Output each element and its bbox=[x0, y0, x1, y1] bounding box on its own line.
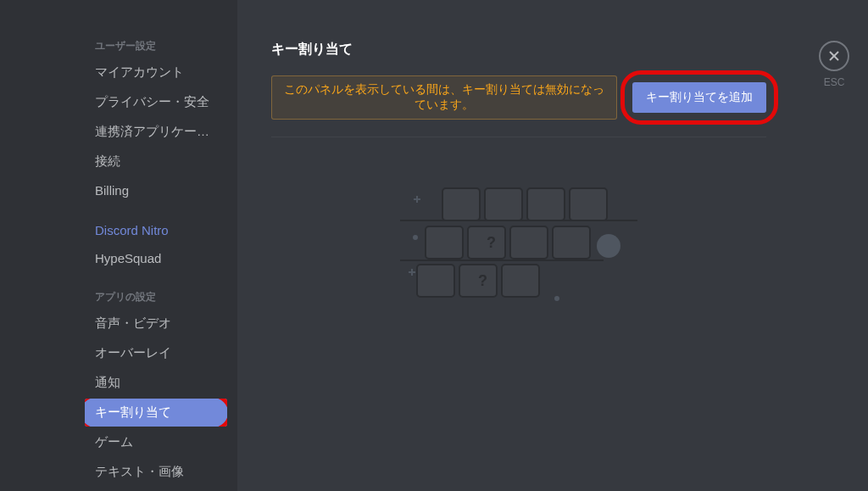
sidebar-item-hypesquad[interactable]: HypeSquad bbox=[85, 245, 227, 271]
svg-rect-1 bbox=[485, 188, 522, 220]
close-icon bbox=[827, 49, 841, 63]
svg-rect-2 bbox=[527, 188, 565, 220]
sidebar-section-app: アプリの設定 bbox=[85, 285, 227, 310]
page-title: キー割り当て bbox=[271, 41, 766, 59]
add-keybind-button[interactable]: キー割り当てを追加 bbox=[632, 82, 766, 113]
svg-rect-0 bbox=[442, 188, 480, 220]
sidebar-item-text-images[interactable]: テキスト・画像 bbox=[85, 458, 227, 486]
sidebar-item-games[interactable]: ゲーム bbox=[85, 428, 227, 456]
sidebar-item-connections[interactable]: 接続 bbox=[85, 148, 227, 176]
svg-text:?: ? bbox=[487, 234, 496, 251]
svg-text:?: ? bbox=[478, 272, 487, 289]
settings-sidebar: ユーザー設定 マイアカウント プライバシー・安全 連携済アプリケーショ... 接… bbox=[0, 0, 237, 491]
keybinds-disabled-warning: このパネルを表示している間は、キー割り当ては無効になっています。 bbox=[271, 75, 617, 120]
sidebar-item-notifications[interactable]: 通知 bbox=[85, 369, 227, 397]
sidebar-item-theme[interactable]: テーマ bbox=[85, 488, 227, 491]
sidebar-section-user: ユーザー設定 bbox=[85, 34, 227, 59]
svg-point-15 bbox=[597, 234, 620, 258]
svg-rect-3 bbox=[570, 188, 607, 220]
svg-rect-7 bbox=[553, 226, 590, 259]
sidebar-item-label: キー割り当て bbox=[95, 405, 171, 419]
svg-rect-10 bbox=[502, 265, 539, 297]
sidebar-item-billing[interactable]: Billing bbox=[85, 177, 227, 204]
svg-point-14 bbox=[413, 235, 418, 240]
sidebar-item-nitro[interactable]: Discord Nitro bbox=[85, 217, 227, 243]
svg-rect-6 bbox=[510, 226, 548, 259]
sidebar-item-overlay[interactable]: オーバーレイ bbox=[85, 339, 227, 367]
esc-label: ESC bbox=[800, 76, 868, 88]
sidebar-item-keybinds[interactable]: キー割り当て bbox=[85, 399, 227, 427]
svg-rect-8 bbox=[417, 265, 454, 297]
empty-keybinds-illustration: ? ? bbox=[400, 180, 637, 324]
close-settings-button[interactable] bbox=[819, 41, 849, 71]
sidebar-item-my-account[interactable]: マイアカウント bbox=[85, 59, 227, 86]
sidebar-item-privacy[interactable]: プライバシー・安全 bbox=[85, 88, 227, 116]
svg-point-13 bbox=[554, 296, 559, 301]
svg-rect-4 bbox=[426, 226, 463, 259]
settings-content: キー割り当て このパネルを表示している間は、キー割り当ては無効になっています。 … bbox=[237, 0, 800, 491]
sidebar-item-voice-video[interactable]: 音声・ビデオ bbox=[85, 310, 227, 338]
sidebar-item-authorized-apps[interactable]: 連携済アプリケーショ... bbox=[85, 118, 227, 146]
